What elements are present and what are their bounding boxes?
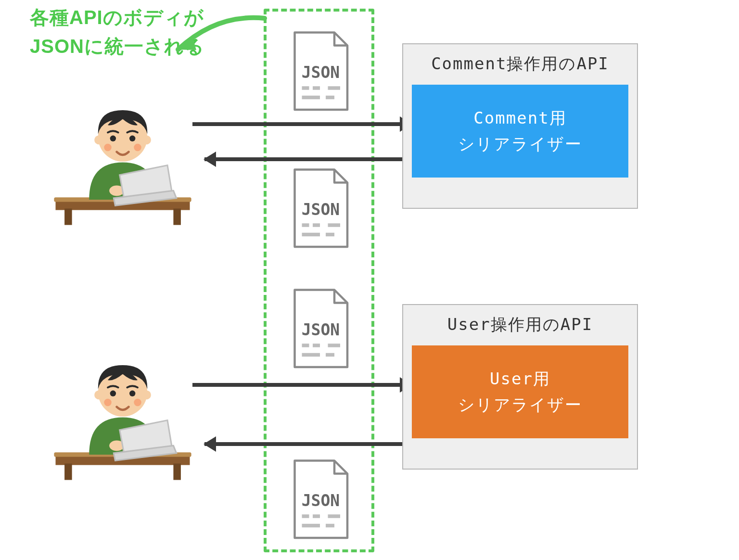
svg-point-28 [134, 144, 141, 152]
svg-rect-20 [173, 209, 181, 225]
svg-point-24 [142, 136, 151, 145]
comment-serializer-line2: シリアライザー [458, 134, 582, 153]
svg-point-25 [110, 136, 116, 141]
svg-point-27 [104, 144, 112, 152]
comment-serializer-box: Comment用 シリアライザー [412, 85, 628, 178]
user-api-box: User操作用のAPI User用 シリアライザー [402, 304, 638, 470]
user-api-title: User操作用のAPI [412, 314, 628, 336]
user-client-illustration [48, 82, 197, 231]
svg-point-26 [129, 136, 135, 141]
svg-point-38 [129, 391, 135, 396]
svg-point-36 [142, 391, 151, 400]
svg-point-40 [134, 399, 141, 407]
svg-rect-32 [173, 464, 181, 480]
comment-api-box: Comment操作用のAPI Comment用 シリアライザー [402, 43, 638, 209]
user-serializer-box: User用 シリアライザー [412, 345, 628, 438]
svg-point-35 [94, 391, 103, 400]
response-arrow-icon [204, 442, 423, 446]
annotation-arrow-icon [159, 9, 274, 62]
svg-rect-19 [64, 209, 72, 225]
json-file-icon: JSON [284, 286, 356, 373]
comment-api-title: Comment操作用のAPI [412, 53, 628, 75]
request-arrow-icon [192, 122, 411, 126]
user-serializer-line1: User用 [490, 369, 550, 388]
json-file-icon: JSON [284, 166, 356, 253]
json-file-label: JSON [302, 63, 340, 82]
user-client-illustration [48, 337, 197, 486]
svg-point-39 [104, 399, 112, 407]
response-arrow-icon [204, 157, 423, 161]
json-file-label: JSON [302, 320, 340, 339]
comment-serializer-line1: Comment用 [473, 108, 566, 127]
request-arrow-icon [192, 383, 411, 387]
json-file-label: JSON [302, 200, 340, 219]
json-file-icon: JSON [284, 457, 356, 544]
svg-point-37 [110, 391, 116, 396]
svg-point-23 [94, 136, 103, 145]
json-file-icon: JSON [284, 29, 356, 115]
user-serializer-line2: シリアライザー [458, 395, 582, 414]
json-file-label: JSON [302, 491, 340, 510]
svg-rect-31 [64, 464, 72, 480]
